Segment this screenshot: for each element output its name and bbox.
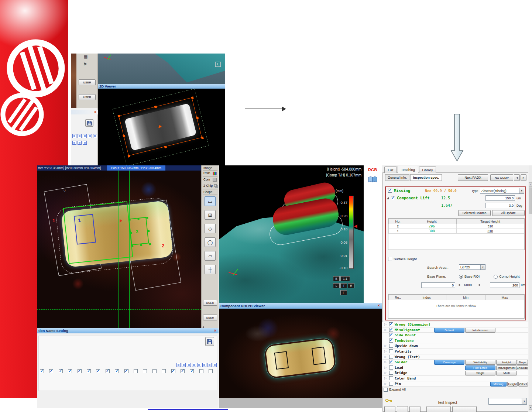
- enable-checkbox[interactable]: [171, 369, 175, 373]
- expand-icon[interactable]: [384, 371, 387, 374]
- link-underline[interactable]: [148, 409, 228, 410]
- pad1-roi-blue[interactable]: 1: [74, 214, 96, 244]
- surface-height-checkbox[interactable]: [388, 257, 392, 261]
- test-inspect-dropdown[interactable]: [488, 398, 527, 405]
- roi-viewer-titlebar[interactable]: Component ROI 2D Viewer: [219, 303, 382, 309]
- item-checkbox[interactable]: [389, 365, 393, 370]
- prev-arrow-button[interactable]: [514, 174, 520, 181]
- 2chip-mode-label[interactable]: 2-Chip: [203, 184, 213, 188]
- subtab-inspection-spec-[interactable]: Inspection spec.: [410, 174, 442, 181]
- subtab-general-info-[interactable]: General Info.: [385, 174, 409, 181]
- item-checkbox[interactable]: [389, 360, 393, 364]
- save-button[interactable]: [85, 119, 93, 127]
- next-padx-button[interactable]: Next PADX: [458, 174, 488, 181]
- ng-comp-button[interactable]: NG COMP: [490, 174, 513, 181]
- enable-checkbox[interactable]: [106, 369, 110, 373]
- pad-marker-right[interactable]: [312, 347, 326, 365]
- pad2-roi-green[interactable]: 2: [128, 217, 149, 246]
- view-B-button[interactable]: B: [333, 276, 340, 281]
- item-checkbox[interactable]: [389, 344, 393, 348]
- key-icon[interactable]: [385, 398, 392, 404]
- 2chip-icon[interactable]: [214, 184, 217, 187]
- view-1-1-button[interactable]: 1:1: [340, 276, 350, 281]
- toolbar-button[interactable]: [426, 406, 451, 412]
- expand-icon[interactable]: [384, 355, 387, 358]
- item-option-button[interactable]: Missing: [490, 382, 507, 387]
- item-option-button[interactable]: Foot Lifted: [465, 365, 495, 370]
- option-box[interactable]: [78, 141, 82, 145]
- item-option-button[interactable]: Height: [496, 360, 517, 365]
- tree-expand-icon[interactable]: [387, 196, 389, 200]
- grid-tool-icon[interactable]: ⊞: [205, 210, 216, 220]
- expand-all-checkbox[interactable]: [384, 388, 388, 392]
- enable-checkbox[interactable]: [209, 369, 213, 373]
- option-box[interactable]: [88, 134, 92, 138]
- item-checkbox[interactable]: [389, 322, 393, 326]
- user-button[interactable]: USER: [79, 94, 96, 100]
- toolbar-button[interactable]: [452, 406, 477, 412]
- item-checkbox[interactable]: [389, 371, 393, 375]
- height-table-row[interactable]: 1308310: [389, 229, 524, 234]
- enable-checkbox[interactable]: [190, 369, 194, 373]
- enable-checkbox[interactable]: [199, 369, 203, 373]
- enable-checkbox[interactable]: [87, 369, 91, 373]
- diamond-tool-icon[interactable]: ◇: [205, 224, 216, 233]
- option-box[interactable]: [78, 134, 82, 138]
- frag-2d-viewer-titlebar[interactable]: 2D Viewer: [98, 84, 225, 89]
- scroll-up-button[interactable]: [529, 182, 532, 187]
- enable-checkbox[interactable]: [59, 369, 63, 373]
- option-box[interactable]: [72, 141, 76, 145]
- chevron-down-icon[interactable]: [522, 398, 526, 404]
- toolbar-button[interactable]: [409, 406, 421, 412]
- view-R-button[interactable]: R: [348, 283, 354, 288]
- missing-checkbox[interactable]: [388, 189, 392, 193]
- expand-icon[interactable]: [384, 344, 387, 347]
- option-box[interactable]: [207, 363, 212, 367]
- component-lift-checkbox[interactable]: [391, 196, 395, 200]
- circle-tool-icon[interactable]: ◯: [205, 237, 216, 247]
- view-L-button[interactable]: L: [333, 283, 340, 288]
- expand-icon[interactable]: [384, 366, 387, 369]
- enable-checkbox[interactable]: [78, 369, 82, 373]
- lift-limit-input[interactable]: 150.0: [485, 195, 515, 201]
- rgb-mode-label[interactable]: RGB: [203, 171, 210, 175]
- item-checkbox[interactable]: [389, 333, 393, 337]
- close-icon[interactable]: [94, 110, 96, 114]
- search-area-dropdown[interactable]: Lit ROI: [459, 264, 485, 270]
- com-icon[interactable]: [213, 178, 217, 182]
- user-button[interactable]: USER: [79, 79, 96, 85]
- view-T-button[interactable]: T: [340, 283, 347, 288]
- view-l-button[interactable]: L: [215, 62, 221, 67]
- view-F-button[interactable]: F: [340, 290, 347, 295]
- expand-icon[interactable]: [384, 377, 387, 380]
- user-button[interactable]: USER: [203, 315, 217, 320]
- flag-icon[interactable]: ⚑: [83, 62, 87, 67]
- range-high-input[interactable]: 200: [490, 282, 519, 288]
- type-dropdown[interactable]: Absence(Missing): [480, 188, 524, 194]
- option-box[interactable]: [202, 363, 206, 367]
- enable-checkbox[interactable]: [40, 369, 44, 373]
- height-cell[interactable]: 310: [457, 229, 524, 234]
- item-option-button[interactable]: Wettability: [465, 360, 495, 365]
- option-box[interactable]: [182, 363, 186, 367]
- user-button[interactable]: USER: [203, 300, 217, 306]
- item-option-button[interactable]: MisAlignment: [496, 365, 517, 370]
- teaching-book-icon[interactable]: [368, 176, 378, 185]
- grid-icon[interactable]: ▦: [84, 54, 87, 59]
- close-icon[interactable]: [214, 329, 216, 333]
- enable-checkbox[interactable]: [49, 369, 53, 373]
- height-table-row[interactable]: 2296310: [389, 224, 524, 229]
- component-roi-green[interactable]: [63, 201, 133, 264]
- close-icon[interactable]: [378, 303, 380, 308]
- name-setting-titlebar[interactable]: tion Name Setting: [37, 328, 219, 333]
- vertical-scrollbar[interactable]: [529, 165, 532, 412]
- item-checkbox[interactable]: [389, 376, 393, 380]
- enable-checkbox[interactable]: [68, 369, 72, 373]
- item-option-button[interactable]: Height: [507, 382, 518, 387]
- option-box[interactable]: [197, 363, 201, 367]
- item-option-button[interactable]: Single: [465, 371, 495, 375]
- comp-height-radio[interactable]: [494, 275, 498, 279]
- enable-checkbox[interactable]: [181, 369, 185, 373]
- item-option-button[interactable]: Interference: [465, 328, 495, 333]
- option-box[interactable]: [83, 134, 87, 138]
